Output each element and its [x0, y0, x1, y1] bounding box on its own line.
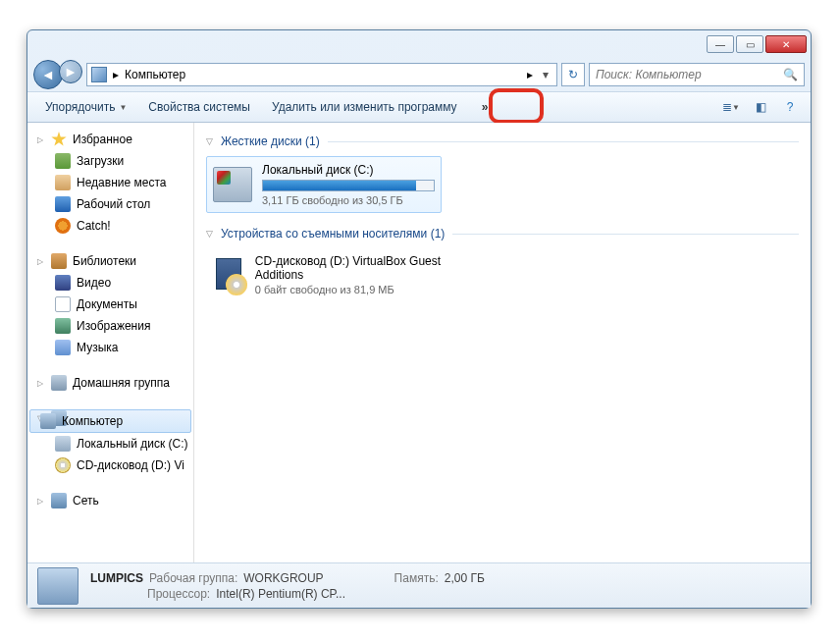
nav-bar: ◄ ► ▸ Компьютер ▸ ▾ ↻ 🔍	[27, 58, 811, 91]
library-icon	[51, 253, 67, 269]
computer-name: LUMPICS	[90, 571, 143, 585]
drive-d-tile[interactable]: CD-дисковод (D:) VirtualBox Guest Additi…	[206, 248, 461, 301]
sidebar-downloads[interactable]: Загрузки	[27, 150, 193, 172]
memory-label: Память:	[394, 571, 439, 585]
sidebar-network[interactable]: ▷Сеть	[27, 490, 193, 511]
sidebar-video[interactable]: Видео	[27, 272, 193, 294]
sidebar-libraries[interactable]: ▷Библиотеки	[27, 250, 193, 272]
preview-pane-button[interactable]: ◧	[748, 96, 773, 118]
sidebar-favorites[interactable]: ▷Избранное	[27, 129, 193, 150]
sidebar-documents[interactable]: Документы	[27, 294, 193, 315]
titlebar: — ▭ ✕	[27, 30, 811, 58]
desktop-icon	[55, 196, 71, 212]
collapse-icon[interactable]: ▽	[206, 136, 213, 146]
sidebar-pictures[interactable]: Изображения	[27, 315, 193, 337]
recent-icon	[55, 175, 71, 190]
drive-name: Локальный диск (C:)	[262, 163, 435, 177]
section-hdd[interactable]: ▽ Жесткие диски (1)	[206, 134, 799, 148]
section-removable[interactable]: ▽ Устройства со съемными носителями (1)	[206, 227, 799, 241]
maximize-button[interactable]: ▭	[736, 35, 763, 53]
drive-name: CD-дисковод (D:) VirtualBox Guest Additi…	[255, 254, 455, 282]
cpu-value: Intel(R) Pentium(R) CP...	[216, 587, 345, 601]
organize-menu[interactable]: Упорядочить▼	[35, 96, 136, 118]
capacity-bar	[262, 180, 435, 191]
sidebar-recent[interactable]: Недавние места	[27, 172, 193, 193]
hdd-icon	[213, 167, 252, 202]
sidebar-computer-selected[interactable]: Компьютер	[29, 409, 191, 433]
close-button[interactable]: ✕	[765, 35, 807, 53]
catch-icon	[55, 218, 71, 234]
cd-icon	[55, 457, 71, 473]
hdd-icon	[55, 436, 71, 452]
help-button[interactable]: ?	[777, 96, 803, 118]
drive-free-text: 3,11 ГБ свободно из 30,5 ГБ	[262, 194, 435, 206]
chevron-down-icon: ▼	[119, 103, 127, 112]
toolbar-overflow-button[interactable]: »	[475, 97, 496, 117]
star-icon	[51, 132, 67, 147]
address-text[interactable]: Компьютер	[125, 68, 521, 81]
toolbar: Упорядочить▼ Свойства системы Удалить ил…	[27, 91, 811, 123]
drive-c-tile[interactable]: Локальный диск (C:) 3,11 ГБ свободно из …	[206, 156, 442, 213]
highlight-annotation	[489, 88, 544, 124]
document-icon	[55, 296, 71, 312]
sidebar-homegroup[interactable]: ▷Домашняя группа	[27, 372, 193, 394]
download-icon	[55, 153, 71, 169]
nav-sidebar: ▷Избранное Загрузки Недавние места Рабоч…	[27, 123, 194, 562]
explorer-window: — ▭ ✕ ◄ ► ▸ Компьютер ▸ ▾ ↻ 🔍 Упорядочит…	[26, 29, 812, 609]
search-box[interactable]: 🔍	[589, 63, 805, 86]
cpu-label: Процессор:	[147, 587, 210, 601]
address-dropdown[interactable]: ▾	[539, 68, 552, 81]
search-icon[interactable]: 🔍	[783, 68, 798, 81]
video-icon	[55, 275, 71, 291]
addr-arrow[interactable]: ▸	[113, 68, 119, 81]
homegroup-icon	[51, 375, 67, 391]
addr-arrow-after[interactable]: ▸	[527, 68, 533, 81]
music-icon	[55, 340, 71, 355]
search-input[interactable]	[596, 68, 777, 81]
computer-large-icon	[37, 567, 79, 605]
computer-icon	[91, 67, 107, 82]
sidebar-catch[interactable]: Catch!	[27, 215, 193, 237]
workgroup-value: WORKGROUP	[243, 571, 323, 585]
picture-icon	[55, 318, 71, 334]
minimize-button[interactable]: —	[707, 35, 734, 53]
memory-value: 2,00 ГБ	[445, 571, 485, 585]
uninstall-program-button[interactable]: Удалить или изменить программу	[262, 96, 467, 118]
sidebar-music[interactable]: Музыка	[27, 337, 193, 358]
collapse-icon[interactable]: ▽	[206, 229, 213, 239]
view-options-button[interactable]: ≣ ▼	[718, 96, 744, 118]
content-pane: ▽ Жесткие диски (1) Локальный диск (C:) …	[194, 123, 811, 562]
system-properties-button[interactable]: Свойства системы	[138, 96, 260, 118]
forward-button[interactable]: ►	[59, 60, 82, 83]
sidebar-local-disk[interactable]: Локальный диск (C:)	[27, 433, 193, 455]
drive-free-text: 0 байт свободно из 81,9 МБ	[255, 284, 455, 295]
sidebar-desktop[interactable]: Рабочий стол	[27, 193, 193, 215]
computer-icon	[40, 413, 56, 429]
address-bar[interactable]: ▸ Компьютер ▸ ▾	[86, 63, 557, 86]
workgroup-label: Рабочая группа:	[149, 571, 237, 585]
sidebar-cd-drive[interactable]: CD-дисковод (D:) Vi	[27, 455, 193, 476]
details-pane: LUMPICS Рабочая группа: WORKGROUP Память…	[27, 562, 811, 608]
refresh-button[interactable]: ↻	[561, 63, 585, 86]
network-icon	[51, 493, 67, 508]
cd-drive-icon	[212, 254, 245, 294]
